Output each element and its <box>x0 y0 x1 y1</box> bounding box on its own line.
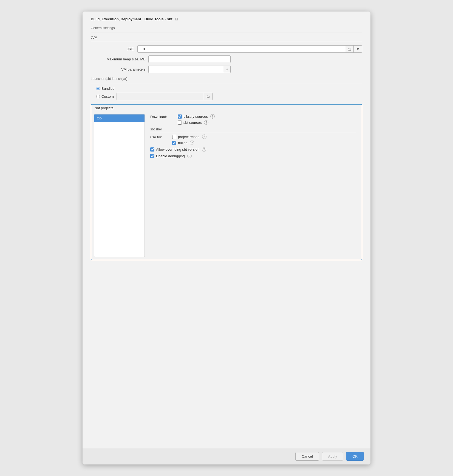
general-settings-label: General settings <box>91 26 362 30</box>
breadcrumb-part3: sbt <box>167 17 172 21</box>
custom-row: Custom 🗂 <box>96 93 362 100</box>
builds-checkbox[interactable] <box>172 141 176 145</box>
sbt-projects-tab-panel: sbt projects zio Download: Library s <box>91 104 362 260</box>
custom-file-input[interactable] <box>117 93 204 100</box>
sbt-shell-header: sbt shell <box>150 127 356 132</box>
custom-label: Custom <box>101 94 114 99</box>
sbt-shell-section: sbt shell use for: project reload ? <box>150 127 356 145</box>
vm-expand-button[interactable]: ↗ <box>223 66 230 73</box>
sbt-sources-row: sbt sources ? <box>178 120 215 125</box>
library-sources-row: Library sources ? <box>178 114 215 119</box>
project-list: zio <box>94 114 145 257</box>
ok-button[interactable]: OK <box>346 452 364 461</box>
use-for-label: use for: <box>150 135 172 139</box>
dialog-body: Build, Execution, Deployment › Build Too… <box>83 12 370 448</box>
cancel-button[interactable]: Cancel <box>295 452 319 461</box>
enable-debugging-label: Enable debugging <box>156 154 185 158</box>
sbt-sources-label: sbt sources <box>183 121 202 125</box>
enable-debugging-help-icon[interactable]: ? <box>187 154 192 158</box>
settings-panel: Download: Library sources ? sbt sources … <box>145 114 362 257</box>
sbt-projects-tab[interactable]: sbt projects <box>91 105 117 111</box>
vm-input[interactable] <box>149 66 223 73</box>
breadcrumb: Build, Execution, Deployment › Build Too… <box>91 17 362 21</box>
launcher-divider <box>91 83 362 83</box>
builds-help-icon[interactable]: ? <box>190 141 194 145</box>
enable-debugging-row: Enable debugging ? <box>150 154 356 158</box>
jvm-label: JVM <box>91 36 362 40</box>
custom-radio[interactable] <box>96 95 100 98</box>
allow-overriding-row: Allow overriding sbt version ? <box>150 147 356 152</box>
jvm-divider <box>91 42 362 42</box>
general-settings-divider <box>91 32 362 32</box>
bundled-radio[interactable] <box>96 87 100 90</box>
heap-row: Maximum heap size, MB <box>91 55 362 63</box>
use-for-row: use for: project reload ? builds <box>150 135 356 145</box>
use-for-checkboxes: project reload ? builds ? <box>172 135 206 145</box>
jre-input-wrapper: 🗂 ▼ <box>137 45 362 53</box>
breadcrumb-sep2: › <box>165 17 166 21</box>
project-reload-label: project reload <box>178 135 200 139</box>
allow-overriding-label: Allow overriding sbt version <box>156 147 199 152</box>
tab-bar: sbt projects <box>91 105 362 111</box>
bundled-row: Bundled <box>96 86 362 91</box>
project-item-zio[interactable]: zio <box>94 114 145 122</box>
heap-input[interactable] <box>148 55 231 63</box>
breadcrumb-part2: Build Tools <box>145 17 164 21</box>
builds-row: builds ? <box>172 141 206 145</box>
library-sources-checkbox[interactable] <box>178 114 182 119</box>
vm-label: VM parameters <box>91 67 146 71</box>
jre-folder-button[interactable]: 🗂 <box>345 46 353 52</box>
jre-input[interactable] <box>138 46 345 52</box>
enable-debugging-checkbox[interactable] <box>150 154 154 158</box>
breadcrumb-sep1: › <box>142 17 143 21</box>
vm-input-wrapper: ↗ <box>148 66 231 73</box>
library-sources-label: Library sources <box>183 114 208 119</box>
builds-label: builds <box>178 141 187 145</box>
copy-icon: ⊟ <box>175 17 178 21</box>
project-reload-row: project reload ? <box>172 135 206 139</box>
allow-overriding-checkbox[interactable] <box>150 147 154 152</box>
custom-file-button[interactable]: 🗂 <box>204 93 212 100</box>
tab-content: zio Download: Library sources ? <box>91 111 362 260</box>
bundled-label: Bundled <box>101 86 115 91</box>
custom-file-wrapper: 🗂 <box>117 93 213 100</box>
jre-row: JRE: 🗂 ▼ <box>91 45 362 53</box>
dialog-footer: Cancel Apply OK <box>83 448 370 464</box>
launcher-label: Launcher (sbt-launch.jar) <box>91 77 362 81</box>
download-checkboxes: Library sources ? sbt sources ? <box>178 114 215 125</box>
download-label: Download: <box>150 114 178 119</box>
jre-label: JRE: <box>91 47 135 51</box>
breadcrumb-part1: Build, Execution, Deployment <box>91 17 141 21</box>
library-sources-help-icon[interactable]: ? <box>210 114 215 119</box>
sbt-sources-help-icon[interactable]: ? <box>204 120 208 125</box>
apply-button[interactable]: Apply <box>322 452 344 461</box>
vm-row: VM parameters ↗ <box>91 66 362 73</box>
project-reload-help-icon[interactable]: ? <box>202 135 206 139</box>
project-reload-checkbox[interactable] <box>172 135 176 139</box>
heap-label: Maximum heap size, MB <box>91 57 146 61</box>
jre-dropdown-button[interactable]: ▼ <box>353 46 362 52</box>
dialog: Build, Execution, Deployment › Build Too… <box>83 12 370 464</box>
sbt-sources-checkbox[interactable] <box>178 121 182 125</box>
download-row: Download: Library sources ? sbt sources … <box>150 114 356 125</box>
allow-overriding-help-icon[interactable]: ? <box>202 147 206 152</box>
